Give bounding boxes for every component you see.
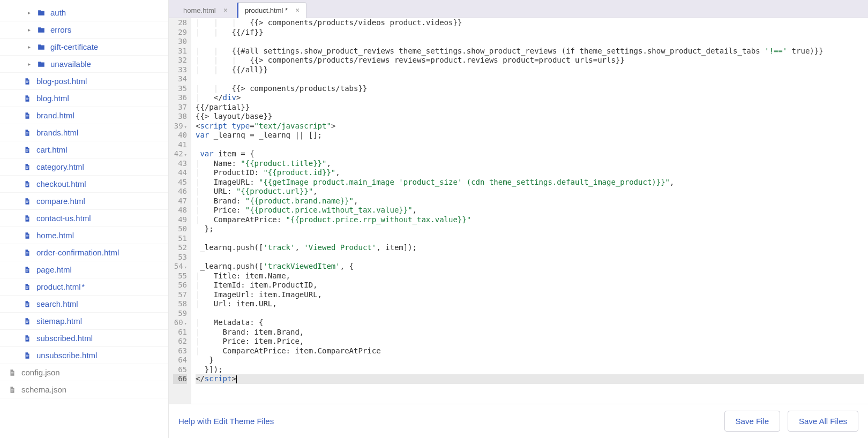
file-item-page-html[interactable]: page.html [0,261,168,278]
file-item-order-confirmation-html[interactable]: order-confirmation.html [0,244,168,261]
file-item-brand-html[interactable]: brand.html [0,107,168,124]
chevron-right-icon: ▸ [28,27,33,33]
modified-indicator: * [82,283,85,291]
file-item-blog-html[interactable]: blog.html [0,90,168,107]
code-line[interactable]: | ImageURL: "{{getImage product.main_ima… [196,178,864,187]
folder-icon [36,9,46,17]
code-line[interactable]: | CompareAtPrice: item.CompareAtPrice [196,346,864,356]
save-all-files-button[interactable]: Save All Files [788,411,858,432]
chevron-right-icon: ▸ [28,10,33,16]
file-icon [23,94,32,103]
folder-item-gift-certificate[interactable]: ▸gift-certificate [0,39,168,56]
close-icon[interactable]: × [223,6,228,14]
code-line[interactable]: | ProductID: "{{product.id}}", [196,168,864,178]
file-label: order-confirmation.html [36,248,119,257]
folder-label: unavailable [50,59,91,69]
code-line[interactable]: _learnq.push(['track', 'Viewed Product',… [196,243,864,253]
code-line[interactable]: | </div> [196,93,864,103]
code-line[interactable]: }; [196,224,864,234]
file-item-product-html[interactable]: product.html * [0,278,168,296]
root-file-item-schema-json[interactable]: schema.json [0,381,168,398]
code-line[interactable]: _learnq.push(['trackViewedItem', { [196,262,864,271]
folder-icon [36,43,46,51]
code-line[interactable] [196,74,864,84]
folder-item-unavailable[interactable]: ▸unavailable [0,56,168,73]
code-line[interactable]: | ImageUrl: item.ImageURL, [196,290,864,300]
code-line[interactable] [196,140,864,150]
code-line[interactable] [196,37,864,47]
code-line[interactable] [196,234,864,244]
close-icon[interactable]: × [295,6,300,14]
folder-label: auth [50,8,66,17]
folder-label: gift-certificate [50,42,98,51]
code-line[interactable]: | | {{/all}} [196,65,864,75]
code-line[interactable]: } [196,356,864,365]
chevron-right-icon: ▸ [28,61,33,67]
code-line[interactable]: | Brand: item.Brand, [196,328,864,337]
code-line[interactable]: var _learnq = _learnq || []; [196,131,864,140]
code-line[interactable]: | Name: "{{product.title}}", [196,159,864,169]
file-icon [23,334,32,343]
code-line[interactable]: {{/partial}} [196,103,864,112]
code-line[interactable]: | | | {{> components/products/reviews re… [196,56,864,65]
file-item-checkout-html[interactable]: checkout.html [0,176,168,193]
code-line[interactable]: | URL: "{{product.url}}", [196,187,864,197]
code-line[interactable]: | | | {{> components/products/videos pro… [196,18,864,28]
file-icon [8,386,17,394]
code-line[interactable]: | Price: "{{product.price.without_tax.va… [196,206,864,215]
code-editor[interactable]: 282930313233343536373839▾404142▾43444546… [169,18,868,404]
file-icon [23,180,32,188]
code-line[interactable]: | | {{#all settings.show_product_reviews… [196,47,864,56]
code-line[interactable]: | | {{> components/products/tabs}} [196,84,864,94]
help-link[interactable]: Help with Edit Theme Files [178,417,274,426]
folder-item-auth[interactable]: ▸auth [0,4,168,21]
file-item-blog-post-html[interactable]: blog-post.html [0,73,168,90]
file-icon [23,146,32,154]
code-line[interactable]: | Metadata: { [196,318,864,328]
file-label: sitemap.html [36,316,82,326]
file-icon [23,351,32,360]
file-item-contact-us-html[interactable]: contact-us.html [0,210,168,227]
file-label: cart.html [36,145,68,154]
file-item-brands-html[interactable]: brands.html [0,124,168,141]
file-item-unsubscribe-html[interactable]: unsubscribe.html [0,347,168,364]
code-line[interactable]: | Url: item.URL, [196,299,864,309]
file-icon [23,283,32,291]
code-line[interactable]: </script> [196,374,864,384]
folder-icon [36,26,46,34]
file-item-cart-html[interactable]: cart.html [0,141,168,158]
file-item-search-html[interactable]: search.html [0,296,168,313]
file-item-subscribed-html[interactable]: subscribed.html [0,330,168,347]
code-line[interactable]: | CompareAtPrice: "{{product.price.rrp_w… [196,215,864,225]
code-line[interactable] [196,309,864,319]
code-line[interactable]: | Brand: "{{product.brand.name}}", [196,197,864,206]
code-line[interactable]: | | {{/if}} [196,28,864,37]
file-icon [23,129,32,137]
code-line[interactable]: {{> layout/base}} [196,112,864,122]
code-line[interactable] [196,253,864,262]
folder-item-errors[interactable]: ▸errors [0,21,168,39]
tab-home-html[interactable]: home.html× [176,2,235,18]
save-file-button[interactable]: Save File [724,411,781,432]
file-icon [8,368,17,377]
tab-product-html[interactable]: product.html *× [237,2,306,18]
file-label: blog-post.html [36,77,87,86]
tab-label: home.html [183,6,216,14]
code-line[interactable]: <script type="text/javascript"> [196,122,864,131]
code-line[interactable]: | Title: item.Name, [196,271,864,281]
file-item-category-html[interactable]: category.html [0,158,168,176]
code-line[interactable]: | ItemId: item.ProductID, [196,281,864,290]
file-item-home-html[interactable]: home.html [0,227,168,244]
code-line[interactable]: | Price: item.Price, [196,337,864,346]
code-content[interactable]: | | | {{> components/products/videos pro… [191,18,868,404]
file-item-sitemap-html[interactable]: sitemap.html [0,313,168,330]
line-number-gutter: 282930313233343536373839▾404142▾43444546… [169,18,191,404]
file-label: contact-us.html [36,214,91,223]
file-item-compare-html[interactable]: compare.html [0,193,168,210]
code-line[interactable]: }]); [196,365,864,375]
file-label: brand.html [36,111,74,120]
chevron-right-icon: ▸ [28,44,33,50]
file-label: checkout.html [36,179,86,188]
code-line[interactable]: var item = { [196,149,864,159]
root-file-item-config-json[interactable]: config.json [0,364,168,381]
